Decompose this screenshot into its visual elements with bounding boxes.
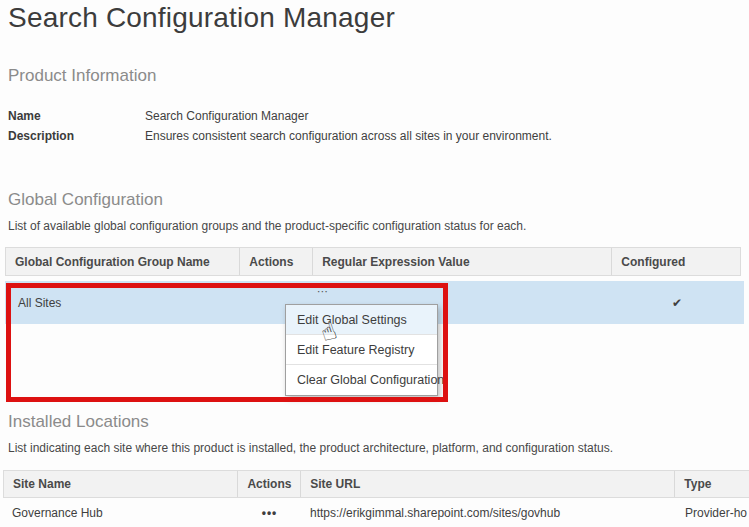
type-cell: Provider-ho [676,498,749,527]
actions-ellipsis-icon[interactable]: ••• [238,498,301,527]
column-header-regular-expression-value: Regular Expression Value [313,248,612,275]
page-title: Search Configuration Manager [8,2,395,34]
installed-locations-description: List indicating each site where this pro… [8,441,613,455]
column-header-global-configuration-group-name: Global Configuration Group Name [6,248,240,275]
description-value: Ensures consistent search configuration … [145,129,552,143]
installed-locations-heading: Installed Locations [8,412,149,432]
column-header-actions: Actions [238,471,301,497]
column-header-actions: Actions [240,248,313,275]
column-header-type: Type [675,471,749,497]
site-name-cell: Governance Hub [3,498,238,527]
installed-locations-table-header: Site Name Actions Site URL Type [3,470,749,498]
menu-item-edit-global-settings[interactable]: Edit Global Settings [286,305,437,335]
column-header-site-url: Site URL [301,471,675,497]
global-configuration-heading: Global Configuration [8,190,163,210]
group-name-cell: All Sites [5,281,240,324]
actions-ellipsis-icon[interactable]: ⋯ [317,286,329,297]
description-label: Description [8,129,74,143]
global-config-table-header: Global Configuration Group Name Actions … [5,247,741,276]
site-url-cell: https://erikgimmal.sharepoint.com/sites/… [301,498,676,527]
menu-item-edit-feature-registry[interactable]: Edit Feature Registry [286,335,437,365]
product-information-heading: Product Information [8,66,156,86]
global-configuration-description: List of available global configuration g… [8,219,526,233]
name-value: Search Configuration Manager [145,109,308,123]
table-row-governance-hub[interactable]: Governance Hub ••• https://erikgimmal.sh… [3,498,749,527]
actions-context-menu: Edit Global Settings Edit Feature Regist… [285,304,438,396]
name-label: Name [8,109,41,123]
search-configuration-manager-page: Search Configuration Manager Product Inf… [0,0,749,527]
column-header-site-name: Site Name [4,471,238,497]
menu-item-clear-global-configuration[interactable]: Clear Global Configuration [286,365,437,396]
configured-check-icon: ✔ [613,281,741,324]
column-header-configured: Configured [612,248,740,275]
